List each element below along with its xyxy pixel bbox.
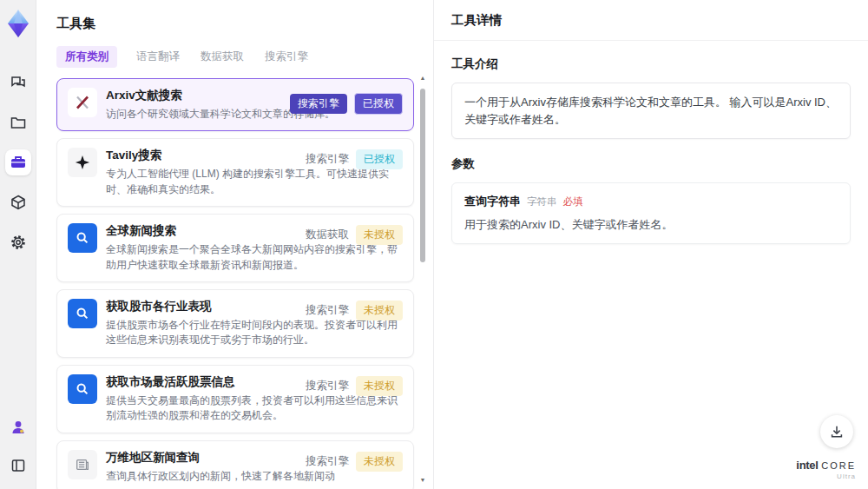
tool-card-regional-news[interactable]: 万维地区新闻查询 查询具体行政区划内的新闻，快速了解各地新闻动 搜索引擎 未授权	[56, 440, 414, 489]
param-header: 查询字符串 字符串 必填	[464, 194, 838, 209]
user-avatar[interactable]	[5, 414, 31, 440]
newspaper-icon	[68, 450, 97, 479]
card-badges: 搜索引擎 未授权	[306, 301, 403, 320]
status-badge: 已授权	[356, 149, 403, 169]
tool-card-desc: 提供当天交易量最高的股票列表，投资者可以利用这些信息来识别流动性强的股票和潜在的…	[106, 393, 403, 424]
params-heading: 参数	[451, 156, 851, 172]
gradient-diamond-logo-icon	[5, 9, 31, 38]
details-header: 工具详情	[434, 0, 868, 41]
status-badge: 已授权	[354, 93, 403, 115]
page-title: 工具集	[56, 16, 433, 32]
collapse-panel-icon	[10, 458, 26, 473]
intel-core-logo-text: intel CORE	[796, 459, 856, 471]
tab-language-translation[interactable]: 语言翻译	[135, 46, 181, 68]
param-type: 字符串	[527, 195, 557, 208]
user-avatar-icon	[10, 419, 27, 436]
brand-product: CORE	[821, 460, 856, 471]
tab-data-acquisition[interactable]: 数据获取	[199, 46, 246, 68]
briefcase-tools-icon	[10, 154, 27, 171]
status-badge: 未授权	[356, 376, 403, 396]
details-title: 工具详情	[451, 12, 502, 29]
sidebar-item-settings[interactable]	[5, 229, 31, 255]
card-badges: 数据获取 未授权	[306, 225, 403, 245]
param-name: 查询字符串	[464, 194, 521, 209]
chat-icon	[10, 74, 27, 91]
tool-details-panel: 工具详情 工具介绍 一个用于从Arxiv存储库搜索科学论文和文章的工具。 输入可…	[434, 0, 868, 489]
tool-card-desc: 提供股票市场各个行业在特定时间段内的表现。投资者可以利用这些信息来识别表现优于或…	[106, 318, 403, 348]
tab-search-engine[interactable]: 搜索引擎	[263, 46, 310, 68]
intro-heading: 工具介绍	[451, 56, 851, 72]
folder-icon	[10, 114, 27, 131]
tools-list-panel: 工具集 所有类别 语言翻译 数据获取 搜索引擎 Arxiv文献搜索 访问各个研究…	[36, 0, 434, 489]
blue-search-icon	[68, 374, 97, 404]
tool-card-tavily[interactable]: Tavily搜索 专为人工智能代理 (LLM) 构建的搜索引擎工具。可快速提供实…	[56, 138, 414, 207]
card-badges: 搜索引擎 未授权	[306, 376, 403, 396]
tavily-star-icon	[68, 148, 97, 177]
sidebar-item-chat[interactable]	[5, 69, 31, 96]
tool-card-sector-performance[interactable]: 获取股市各行业表现 提供股票市场各个行业在特定时间段内的表现。投资者可以利用这些…	[56, 289, 414, 358]
blue-search-icon	[68, 223, 97, 253]
status-badge: 未授权	[356, 452, 403, 472]
brand-tier: Ultra	[796, 473, 856, 480]
tool-card-list: Arxiv文献搜索 访问各个研究领域大量科学论文和文章的存储库。 搜索引擎 已授…	[56, 78, 414, 489]
param-item: 查询字符串 字符串 必填 用于搜索的Arxiv ID、关键字或作者姓名。	[451, 182, 851, 244]
tool-card-arxiv[interactable]: Arxiv文献搜索 访问各个研究领域大量科学论文和文章的存储库。 搜索引擎 已授…	[56, 78, 414, 131]
tool-card-active-stocks[interactable]: 获取市场最活跃股票信息 提供当天交易量最高的股票列表，投资者可以利用这些信息来识…	[56, 365, 414, 433]
card-badges: 搜索引擎 已授权	[290, 93, 403, 115]
app-logo	[3, 7, 33, 40]
scrollbar-thumb[interactable]	[420, 89, 425, 262]
category-label: 搜索引擎	[306, 303, 349, 318]
param-desc: 用于搜索的Arxiv ID、关键字或作者姓名。	[464, 217, 838, 233]
sidebar-item-tools[interactable]	[5, 149, 31, 175]
card-badges: 搜索引擎 未授权	[306, 452, 403, 472]
scrollbar-track[interactable]	[420, 82, 425, 477]
category-label: 搜索引擎	[306, 454, 349, 469]
sidebar-bottom	[5, 414, 31, 479]
param-required-flag: 必填	[563, 195, 583, 208]
scroll-up-arrow-icon[interactable]: ▲	[420, 75, 426, 82]
details-body: 工具介绍 一个用于从Arxiv存储库搜索科学论文和文章的工具。 输入可以是Arx…	[434, 41, 868, 244]
scroll-down-arrow-icon[interactable]: ▼	[420, 477, 426, 484]
sidebar-item-models[interactable]	[5, 189, 31, 215]
sidebar-item-files[interactable]	[5, 109, 31, 135]
category-label: 数据获取	[306, 228, 349, 242]
category-tabs: 所有类别 语言翻译 数据获取 搜索引擎	[56, 46, 433, 68]
arxiv-logo-icon	[68, 88, 97, 117]
status-badge: 未授权	[356, 225, 403, 245]
list-scrollbar: ▲ ▼	[418, 75, 427, 484]
blue-search-icon	[68, 299, 97, 328]
card-badges: 搜索引擎 已授权	[306, 149, 403, 169]
tool-card-desc: 专为人工智能代理 (LLM) 构建的搜索引擎工具。可快速提供实时、准确和真实的结…	[106, 167, 403, 197]
cube-icon	[10, 194, 27, 211]
sidebar-nav	[5, 69, 31, 255]
tool-card-global-news[interactable]: 全球新闻搜索 全球新闻搜索是一个聚合全球各大新闻网站内容的搜索引擎，帮助用户快速…	[56, 214, 414, 282]
category-badge: 搜索引擎	[290, 94, 347, 114]
brand-name: intel	[796, 459, 818, 472]
gear-icon	[10, 234, 27, 251]
tool-card-desc: 全球新闻搜索是一个聚合全球各大新闻网站内容的搜索引擎，帮助用户快速获取全球最新资…	[106, 242, 403, 273]
tab-all-categories[interactable]: 所有类别	[56, 46, 117, 68]
status-badge: 未授权	[356, 301, 403, 320]
category-label: 搜索引擎	[306, 152, 349, 167]
download-button[interactable]	[820, 415, 853, 448]
tool-intro-box: 一个用于从Arxiv存储库搜索科学论文和文章的工具。 输入可以是Arxiv ID…	[451, 83, 851, 139]
download-icon	[829, 424, 845, 439]
left-sidebar	[0, 0, 36, 489]
category-label: 搜索引擎	[306, 379, 349, 393]
intel-core-logo: intel CORE Ultra	[796, 459, 856, 480]
collapse-sidebar-button[interactable]	[5, 453, 31, 479]
